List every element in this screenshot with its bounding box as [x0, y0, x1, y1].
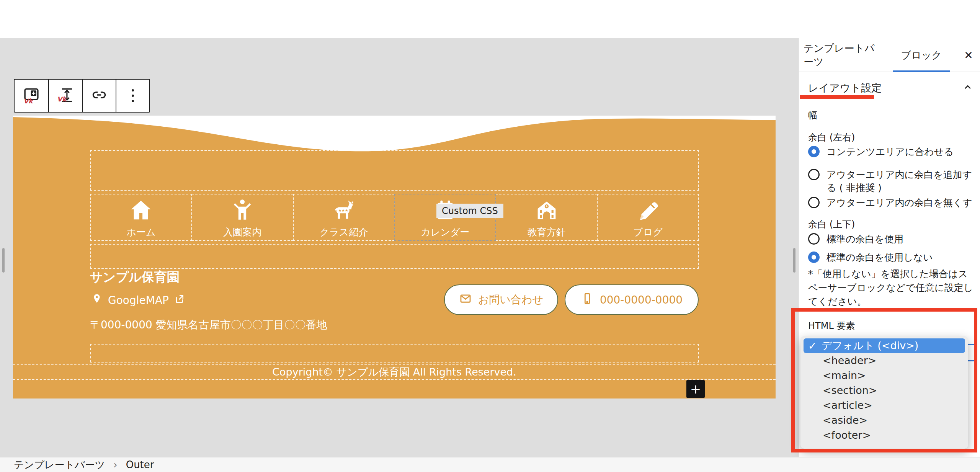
dropdown-option-header[interactable]: <header> — [804, 353, 965, 368]
copyright-divider-bottom — [13, 379, 776, 380]
nav-label: ブログ — [633, 226, 663, 238]
width-label: 幅 — [808, 109, 817, 121]
radio-icon — [808, 169, 820, 180]
check-icon: ✓ — [808, 340, 817, 352]
footer-nav-item-home[interactable]: ホーム — [90, 194, 192, 241]
school-icon — [533, 198, 560, 224]
footer-address: 〒000-0000 愛知県名古屋市〇〇〇丁目〇〇番地 — [90, 318, 327, 332]
phone-button[interactable]: 000-0000-0000 — [565, 284, 699, 315]
html-element-dropdown: ✓ デフォルト (<div>) <header> <main> <section… — [800, 336, 968, 449]
link-button[interactable] — [82, 80, 116, 112]
radio-icon — [808, 197, 820, 208]
nav-label: 入園案内 — [223, 226, 261, 238]
nav-label: ホーム — [126, 226, 155, 238]
template-part-preview[interactable]: ホーム 入園案内 ★★★ クラス紹介 カレンダー 教育方針 — [13, 116, 776, 399]
close-sidebar-button[interactable]: ✕ — [960, 38, 977, 72]
canvas-resize-handle-right[interactable] — [793, 248, 795, 273]
close-icon: ✕ — [964, 49, 973, 62]
margin-lr-label: 余白 (左右) — [808, 131, 855, 144]
svg-text:Vk: Vk — [57, 95, 67, 103]
vk-height-arrows-icon: Vk — [56, 85, 75, 106]
nav-label: クラス紹介 — [320, 226, 368, 238]
footer-nav-item-class[interactable]: ★★★ クラス紹介 — [293, 194, 395, 241]
external-link-icon — [174, 294, 185, 307]
radio-icon — [808, 233, 820, 245]
tab-template-part[interactable]: テンプレートパーツ — [804, 38, 884, 72]
plus-icon: + — [690, 381, 701, 397]
canvas-resize-handle-left[interactable] — [2, 248, 5, 273]
dropdown-option-section[interactable]: <section> — [804, 383, 965, 398]
html-element-label: HTML 要素 — [808, 320, 855, 332]
google-map-link[interactable]: GoogleMAP — [91, 292, 185, 308]
contact-button[interactable]: お問い合わせ — [444, 284, 558, 315]
editor-top-bar — [0, 0, 980, 38]
nav-label: カレンダー — [421, 226, 469, 238]
radio-selected-icon — [808, 146, 820, 157]
google-map-label: GoogleMAP — [108, 294, 169, 307]
home-icon — [127, 198, 155, 224]
radio-no-default-margin[interactable]: 標準の余白を使用しない — [808, 251, 973, 264]
outer-block-switcher-button[interactable]: Vk — [15, 80, 48, 112]
block-height-button[interactable]: Vk — [48, 80, 82, 112]
footer-nav-item-blog[interactable]: ブログ — [597, 194, 699, 241]
block-options-button[interactable] — [116, 80, 149, 112]
person-icon — [229, 198, 256, 224]
envelope-icon — [459, 292, 472, 308]
settings-sidebar: テンプレートパーツ ブロック ✕ レイアウト設定 幅 余白 (左右) コンテンツ… — [799, 38, 980, 457]
breadcrumb-bar: テンプレートパーツ › Outer — [0, 457, 980, 472]
radio-add-outer-margin[interactable]: アウターエリア内に余白を追加する ( 非推奨 ) — [808, 168, 973, 194]
layout-settings-panel-toggle[interactable]: レイアウト設定 — [808, 81, 973, 95]
svg-text:★★★: ★★★ — [338, 208, 348, 212]
dropdown-option-default[interactable]: ✓ デフォルト (<div>) — [804, 338, 965, 353]
footer-nav-item-policy[interactable]: 教育方針 — [495, 194, 598, 241]
contact-label: お問い合わせ — [478, 292, 544, 307]
chevron-up-icon — [962, 82, 973, 95]
map-pin-icon — [91, 292, 103, 308]
empty-row-block[interactable] — [90, 150, 699, 191]
dropdown-option-article[interactable]: <article> — [804, 398, 965, 413]
annotation-underline — [800, 95, 874, 99]
block-toolbar: Vk Vk — [14, 79, 150, 113]
footer-nav-item-guide[interactable]: 入園案内 — [191, 194, 294, 241]
radio-selected-icon — [808, 252, 820, 263]
footer-nav-columns: ホーム 入園案内 ★★★ クラス紹介 カレンダー 教育方針 — [90, 194, 699, 241]
link-icon — [89, 85, 109, 106]
dropdown-option-main[interactable]: <main> — [804, 368, 965, 383]
smartphone-icon — [581, 292, 594, 308]
block-appender-button[interactable]: + — [686, 380, 705, 398]
active-tab-indicator — [893, 70, 950, 72]
pencil-icon — [634, 198, 662, 224]
phone-label: 000-0000-0000 — [600, 294, 683, 306]
dropdown-option-footer[interactable]: <footer> — [804, 428, 965, 443]
donkey-icon: ★★★ — [330, 198, 358, 224]
copyright-text: Copyright© サンプル保育園 All Rights Reserved. — [13, 365, 776, 379]
radio-fit-content-area[interactable]: コンテンツエリアに合わせる — [808, 145, 973, 158]
radio-use-default-margin[interactable]: 標準の余白を使用 — [808, 233, 973, 246]
kebab-icon — [132, 89, 134, 102]
margin-note: *「使用しない」を選択した場合はスペーサーブロックなどで任意に設定してください。 — [808, 267, 973, 309]
dropdown-option-aside[interactable]: <aside> — [804, 413, 965, 428]
breadcrumb-template-part[interactable]: テンプレートパーツ — [14, 458, 105, 472]
nav-label: 教育方針 — [528, 226, 566, 238]
breadcrumb-separator: › — [113, 459, 117, 470]
footer-site-title: サンプル保育園 — [90, 269, 180, 286]
tab-block[interactable]: ブロック — [893, 38, 950, 72]
breadcrumb-outer[interactable]: Outer — [126, 459, 154, 470]
empty-row-block[interactable] — [90, 244, 699, 269]
empty-row-block[interactable] — [90, 344, 699, 363]
sidebar-tabs: テンプレートパーツ ブロック ✕ — [799, 38, 980, 72]
radio-remove-outer-margin[interactable]: アウターエリア内の余白を無くす — [808, 196, 973, 209]
margin-tb-label: 余白 (上下) — [808, 218, 855, 230]
vk-outer-block-icon: Vk — [21, 85, 41, 106]
svg-text:Vk: Vk — [23, 97, 34, 105]
custom-css-badge: Custom CSS — [436, 204, 503, 218]
panel-title: レイアウト設定 — [808, 81, 882, 95]
